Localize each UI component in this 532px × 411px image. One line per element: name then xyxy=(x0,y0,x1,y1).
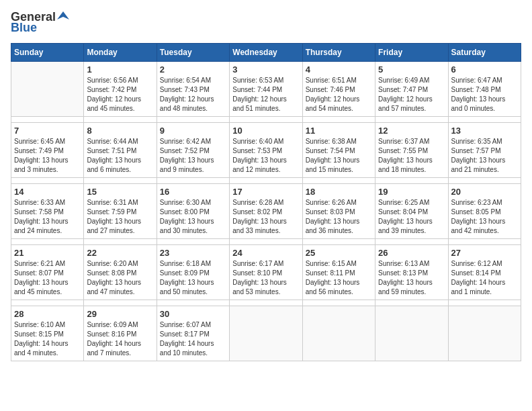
day-info: Sunrise: 6:49 AM Sunset: 7:47 PM Dayligh… xyxy=(378,76,445,113)
calendar-header-row: SundayMondayTuesdayWednesdayThursdayFrid… xyxy=(11,43,521,61)
day-info: Sunrise: 6:26 AM Sunset: 8:03 PM Dayligh… xyxy=(306,198,372,236)
day-info: Sunrise: 6:10 AM Sunset: 8:15 PM Dayligh… xyxy=(14,320,81,358)
header-monday: Monday xyxy=(84,43,157,61)
day-number: 1 xyxy=(87,64,153,75)
day-info: Sunrise: 6:21 AM Sunset: 8:07 PM Dayligh… xyxy=(14,259,81,297)
day-info: Sunrise: 6:37 AM Sunset: 7:55 PM Dayligh… xyxy=(378,137,445,175)
calendar-cell xyxy=(448,306,521,361)
calendar-cell: 4Sunrise: 6:51 AM Sunset: 7:46 PM Daylig… xyxy=(302,61,375,116)
day-info: Sunrise: 6:20 AM Sunset: 8:08 PM Dayligh… xyxy=(87,259,153,297)
day-number: 24 xyxy=(232,248,299,258)
day-info: Sunrise: 6:07 AM Sunset: 8:17 PM Dayligh… xyxy=(160,320,226,358)
day-info: Sunrise: 6:38 AM Sunset: 7:54 PM Dayligh… xyxy=(306,137,372,175)
calendar-cell: 14Sunrise: 6:33 AM Sunset: 7:58 PM Dayli… xyxy=(11,183,84,238)
day-info: Sunrise: 6:45 AM Sunset: 7:49 PM Dayligh… xyxy=(14,137,81,175)
day-number: 4 xyxy=(306,64,372,75)
calendar-week-row: 21Sunrise: 6:21 AM Sunset: 8:07 PM Dayli… xyxy=(11,244,521,300)
day-number: 7 xyxy=(14,126,81,136)
calendar-cell: 5Sunrise: 6:49 AM Sunset: 7:47 PM Daylig… xyxy=(375,61,448,116)
calendar-cell: 8Sunrise: 6:44 AM Sunset: 7:51 PM Daylig… xyxy=(84,122,157,177)
calendar-cell: 29Sunrise: 6:09 AM Sunset: 8:16 PM Dayli… xyxy=(84,306,157,361)
day-info: Sunrise: 6:33 AM Sunset: 7:58 PM Dayligh… xyxy=(14,198,81,236)
day-info: Sunrise: 6:17 AM Sunset: 8:10 PM Dayligh… xyxy=(232,259,299,297)
header-wednesday: Wednesday xyxy=(230,43,302,61)
calendar-cell: 10Sunrise: 6:40 AM Sunset: 7:53 PM Dayli… xyxy=(230,122,302,177)
calendar-table: SundayMondayTuesdayWednesdayThursdayFrid… xyxy=(11,43,521,361)
calendar-cell: 3Sunrise: 6:53 AM Sunset: 7:44 PM Daylig… xyxy=(230,61,302,116)
page-header: General Blue xyxy=(11,11,521,35)
calendar-cell xyxy=(230,306,302,361)
calendar-week-row: 28Sunrise: 6:10 AM Sunset: 8:15 PM Dayli… xyxy=(11,306,521,361)
row-separator xyxy=(11,116,521,122)
calendar-cell xyxy=(375,306,448,361)
calendar-cell: 18Sunrise: 6:26 AM Sunset: 8:03 PM Dayli… xyxy=(302,183,375,238)
day-number: 11 xyxy=(306,126,372,136)
day-number: 18 xyxy=(306,187,372,197)
day-number: 13 xyxy=(451,126,518,136)
header-thursday: Thursday xyxy=(302,43,375,61)
calendar-cell: 9Sunrise: 6:42 AM Sunset: 7:52 PM Daylig… xyxy=(157,122,229,177)
calendar-cell: 17Sunrise: 6:28 AM Sunset: 8:02 PM Dayli… xyxy=(230,183,302,238)
day-info: Sunrise: 6:44 AM Sunset: 7:51 PM Dayligh… xyxy=(87,137,153,175)
day-number: 30 xyxy=(160,309,226,319)
day-info: Sunrise: 6:54 AM Sunset: 7:43 PM Dayligh… xyxy=(160,76,226,113)
calendar-cell: 12Sunrise: 6:37 AM Sunset: 7:55 PM Dayli… xyxy=(375,122,448,177)
day-number: 9 xyxy=(160,126,226,136)
day-number: 21 xyxy=(14,248,81,258)
calendar-cell: 30Sunrise: 6:07 AM Sunset: 8:17 PM Dayli… xyxy=(157,306,229,361)
calendar-week-row: 7Sunrise: 6:45 AM Sunset: 7:49 PM Daylig… xyxy=(11,122,521,177)
logo-blue-text: Blue xyxy=(11,21,69,35)
day-number: 17 xyxy=(232,187,299,197)
header-saturday: Saturday xyxy=(448,43,521,61)
day-number: 8 xyxy=(87,126,153,136)
day-number: 20 xyxy=(451,187,518,197)
row-separator xyxy=(11,300,521,306)
day-info: Sunrise: 6:51 AM Sunset: 7:46 PM Dayligh… xyxy=(306,76,372,113)
calendar-cell: 6Sunrise: 6:47 AM Sunset: 7:48 PM Daylig… xyxy=(448,61,521,116)
calendar-cell: 13Sunrise: 6:35 AM Sunset: 7:57 PM Dayli… xyxy=(448,122,521,177)
calendar-cell: 22Sunrise: 6:20 AM Sunset: 8:08 PM Dayli… xyxy=(84,244,157,300)
day-info: Sunrise: 6:25 AM Sunset: 8:04 PM Dayligh… xyxy=(378,198,445,236)
calendar-cell: 24Sunrise: 6:17 AM Sunset: 8:10 PM Dayli… xyxy=(230,244,302,300)
calendar-cell: 1Sunrise: 6:56 AM Sunset: 7:42 PM Daylig… xyxy=(84,61,157,116)
calendar-cell: 2Sunrise: 6:54 AM Sunset: 7:43 PM Daylig… xyxy=(157,61,229,116)
day-info: Sunrise: 6:30 AM Sunset: 8:00 PM Dayligh… xyxy=(160,198,226,236)
day-info: Sunrise: 6:56 AM Sunset: 7:42 PM Dayligh… xyxy=(87,76,153,113)
day-number: 23 xyxy=(160,248,226,258)
logo: General Blue xyxy=(11,11,69,35)
day-number: 22 xyxy=(87,248,153,258)
calendar-cell: 16Sunrise: 6:30 AM Sunset: 8:00 PM Dayli… xyxy=(157,183,229,238)
calendar-cell xyxy=(302,306,375,361)
calendar-cell xyxy=(11,61,84,116)
day-number: 2 xyxy=(160,64,226,75)
calendar-cell: 25Sunrise: 6:15 AM Sunset: 8:11 PM Dayli… xyxy=(302,244,375,300)
day-number: 12 xyxy=(378,126,445,136)
header-friday: Friday xyxy=(375,43,448,61)
day-number: 3 xyxy=(232,64,299,75)
day-number: 19 xyxy=(378,187,445,197)
calendar-cell: 20Sunrise: 6:23 AM Sunset: 8:05 PM Dayli… xyxy=(448,183,521,238)
day-info: Sunrise: 6:28 AM Sunset: 8:02 PM Dayligh… xyxy=(232,198,299,236)
calendar-cell: 11Sunrise: 6:38 AM Sunset: 7:54 PM Dayli… xyxy=(302,122,375,177)
day-info: Sunrise: 6:40 AM Sunset: 7:53 PM Dayligh… xyxy=(232,137,299,175)
calendar-cell: 21Sunrise: 6:21 AM Sunset: 8:07 PM Dayli… xyxy=(11,244,84,300)
calendar-cell: 23Sunrise: 6:18 AM Sunset: 8:09 PM Dayli… xyxy=(157,244,229,300)
day-number: 26 xyxy=(378,248,445,258)
svg-marker-0 xyxy=(57,11,69,19)
header-tuesday: Tuesday xyxy=(157,43,229,61)
calendar-cell: 7Sunrise: 6:45 AM Sunset: 7:49 PM Daylig… xyxy=(11,122,84,177)
logo-bird-icon xyxy=(57,10,69,22)
day-info: Sunrise: 6:47 AM Sunset: 7:48 PM Dayligh… xyxy=(451,76,518,113)
calendar-cell: 28Sunrise: 6:10 AM Sunset: 8:15 PM Dayli… xyxy=(11,306,84,361)
day-info: Sunrise: 6:53 AM Sunset: 7:44 PM Dayligh… xyxy=(232,76,299,113)
day-info: Sunrise: 6:18 AM Sunset: 8:09 PM Dayligh… xyxy=(160,259,226,297)
day-info: Sunrise: 6:42 AM Sunset: 7:52 PM Dayligh… xyxy=(160,137,226,175)
day-info: Sunrise: 6:15 AM Sunset: 8:11 PM Dayligh… xyxy=(306,259,372,297)
day-info: Sunrise: 6:23 AM Sunset: 8:05 PM Dayligh… xyxy=(451,198,518,236)
day-number: 5 xyxy=(378,64,445,75)
day-number: 27 xyxy=(451,248,518,258)
day-number: 29 xyxy=(87,309,153,319)
row-separator xyxy=(11,238,521,244)
day-number: 28 xyxy=(14,309,81,319)
day-info: Sunrise: 6:35 AM Sunset: 7:57 PM Dayligh… xyxy=(451,137,518,175)
